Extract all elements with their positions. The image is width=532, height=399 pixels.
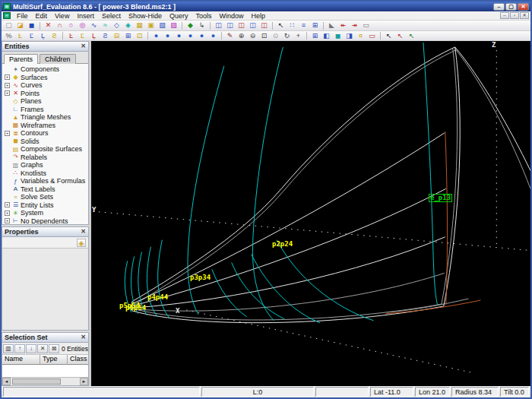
move-down-icon[interactable]: ↓: [26, 344, 36, 353]
close-icon[interactable]: ✕: [81, 43, 86, 49]
zoom-out-icon[interactable]: ⊖: [247, 31, 258, 40]
screen-icon[interactable]: ▭: [366, 31, 378, 40]
column-layout-icon[interactable]: ▥: [3, 344, 14, 353]
patch-entity-icon[interactable]: ▣: [145, 21, 157, 30]
tab-parents[interactable]: Parents: [4, 54, 38, 64]
remove-item-icon[interactable]: ✕: [37, 344, 48, 353]
tree-item-system[interactable]: +✳System: [5, 209, 88, 217]
window-close-all-icon[interactable]: ◫: [258, 21, 270, 30]
snake-entity-icon[interactable]: ≈: [100, 21, 111, 30]
tab-children[interactable]: Children: [40, 54, 76, 64]
previous-view-icon[interactable]: ↞: [337, 21, 349, 30]
scroll-right-icon[interactable]: ►: [80, 378, 88, 385]
scroll-left-icon[interactable]: ◄: [2, 378, 11, 385]
show-class-icon[interactable]: Ƨ: [49, 31, 60, 40]
tree-item-entity-lists[interactable]: +☰Entity Lists: [5, 201, 88, 210]
window-cascade-icon[interactable]: ◫: [213, 21, 224, 30]
properties-options-icon[interactable]: ◈: [77, 239, 86, 247]
view-plan-icon[interactable]: ●: [162, 31, 173, 40]
blend-surface-icon[interactable]: ◈: [122, 21, 134, 30]
scrollbar-track[interactable]: [11, 378, 80, 385]
bead-entity-icon[interactable]: ∩: [54, 21, 65, 30]
save-icon[interactable]: ◼: [26, 21, 37, 30]
menu-view[interactable]: View: [51, 12, 73, 20]
expand-icon[interactable]: +: [5, 211, 10, 216]
surface-entity-icon[interactable]: ◇: [111, 21, 122, 30]
measure-icon[interactable]: ◣: [326, 21, 337, 30]
show-all-icon[interactable]: ⊞: [122, 31, 134, 40]
open-file-icon[interactable]: ◪: [14, 21, 26, 30]
render-mode-icon[interactable]: ◨: [344, 31, 355, 40]
scrollbar-thumb[interactable]: [12, 378, 61, 385]
viewport-3d[interactable]: ZYXp2p24p3p34p4p44p5p54p6p64e_p13: [91, 41, 530, 386]
expand-icon[interactable]: +: [5, 90, 10, 96]
tree-item-triangle-meshes[interactable]: ▲Triangle Meshes: [5, 113, 88, 122]
menu-file[interactable]: File: [13, 12, 32, 20]
menu-query[interactable]: Query: [166, 12, 192, 20]
hide-children-icon[interactable]: Ļ: [88, 31, 100, 40]
show-children-icon[interactable]: Ļ: [37, 31, 49, 40]
select-mode-icon[interactable]: ↖: [383, 31, 394, 40]
view-iso-icon[interactable]: ●: [185, 31, 196, 40]
tree-item-curves[interactable]: +∿Curves: [5, 81, 88, 90]
select-all-icon[interactable]: ⊞: [309, 21, 321, 30]
menu-tools[interactable]: Tools: [192, 12, 215, 20]
tree-item-solids[interactable]: ◼Solids: [5, 138, 88, 146]
menu-select[interactable]: Select: [98, 12, 125, 20]
sketch-zoom-icon[interactable]: ✎: [224, 31, 236, 40]
column-header-type[interactable]: Type: [40, 355, 68, 365]
menu-window[interactable]: Window: [215, 12, 247, 20]
point-entity-icon[interactable]: ✕: [43, 21, 54, 30]
clear-selection-icon[interactable]: ⊠: [49, 344, 59, 353]
tree-item-variables-formulas[interactable]: ƒVariables & Formulas: [5, 177, 88, 185]
rotate-view-icon[interactable]: ↻: [281, 31, 293, 40]
expand-icon[interactable]: +: [5, 131, 10, 136]
menu-show-hide[interactable]: Show-Hide: [125, 12, 166, 20]
ring-entity-icon[interactable]: ○: [65, 21, 77, 30]
hide-parents-icon[interactable]: Ľ: [77, 31, 88, 40]
curve-entity-icon[interactable]: ∿: [88, 21, 100, 30]
column-header-name[interactable]: Name: [2, 355, 40, 365]
move-up-icon[interactable]: ↑: [14, 344, 25, 353]
tree-item-components[interactable]: ✦Components: [5, 65, 88, 74]
deselect-mode-icon[interactable]: ↖: [394, 31, 406, 40]
view-perspective-icon[interactable]: ●: [196, 31, 207, 40]
maximize-button[interactable]: ▢: [505, 3, 517, 11]
tree-item-composite-surfaces[interactable]: ▤Composite Surfaces: [5, 145, 88, 154]
column-header-class[interactable]: Class: [68, 355, 88, 365]
view-custom-icon[interactable]: ●: [207, 31, 219, 40]
tree-item-no-dependents[interactable]: +⊢No Dependents: [5, 217, 88, 225]
light-icon[interactable]: ¤: [355, 31, 366, 40]
edit-entity-icon[interactable]: ↳: [196, 21, 207, 30]
select-subtract-icon[interactable]: ≡: [298, 21, 309, 30]
select-add-icon[interactable]: ∷: [287, 21, 298, 30]
close-button[interactable]: ✕: [518, 3, 529, 11]
hide-all-icon[interactable]: ⊟: [111, 31, 122, 40]
window-new-icon[interactable]: ◫: [236, 21, 247, 30]
menu-edit[interactable]: Edit: [32, 12, 52, 20]
next-view-icon[interactable]: ↠: [349, 21, 360, 30]
zoom-window-icon[interactable]: ⊡: [258, 31, 270, 40]
net-entity-icon[interactable]: ▦: [134, 21, 145, 30]
scale-tool-icon[interactable]: %: [3, 31, 14, 40]
close-icon[interactable]: ✕: [81, 334, 86, 340]
expand-icon[interactable]: +: [5, 83, 10, 88]
mdi-minimize-button[interactable]: –: [500, 12, 509, 19]
select-query-icon[interactable]: ↖: [406, 31, 417, 40]
tree-item-graphs[interactable]: ▥Graphs: [5, 161, 88, 169]
new-file-icon[interactable]: ▢: [3, 21, 14, 30]
tree-item-wireframes[interactable]: ▦Wireframes: [5, 122, 88, 130]
window-tile-horizontal-icon[interactable]: ◫: [224, 21, 236, 30]
shaded-mode-icon[interactable]: ◼: [332, 31, 344, 40]
pan-icon[interactable]: +: [293, 31, 304, 40]
horizontal-scrollbar[interactable]: ◄ ►: [2, 377, 88, 385]
close-icon[interactable]: ✕: [81, 229, 86, 235]
expand-icon[interactable]: +: [5, 74, 10, 80]
tree-item-frames[interactable]: ∟Frames: [5, 106, 88, 114]
insert-entity-icon[interactable]: ◆: [185, 21, 196, 30]
zoom-previous-icon[interactable]: ⊙: [270, 31, 281, 40]
expand-icon[interactable]: +: [5, 202, 10, 207]
zoom-in-icon[interactable]: ⊕: [236, 31, 247, 40]
minimize-button[interactable]: –: [493, 3, 505, 11]
magnet-entity-icon[interactable]: ◎: [77, 21, 88, 30]
